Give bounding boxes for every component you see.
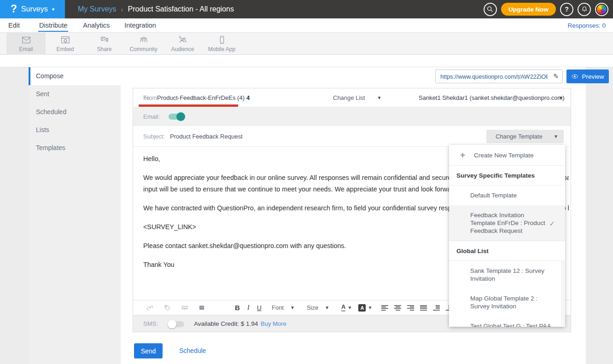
email-toggle[interactable]	[169, 114, 184, 120]
edit-url-pencil-icon[interactable]: ✎	[549, 72, 562, 81]
chevron-down-icon: ▼	[554, 134, 558, 139]
search-icon	[486, 6, 494, 13]
product-switcher[interactable]: ? Surveys ▾	[0, 0, 65, 18]
change-template-button[interactable]: Change Template ▼	[486, 130, 564, 143]
preview-label: Preview	[582, 73, 604, 80]
menu-item-test-global-test-g[interactable]: Test Global Test G : Test PAA G	[449, 316, 565, 327]
channel-tab-label: Audience	[171, 46, 194, 52]
align-left-button[interactable]	[381, 305, 388, 311]
tab-edit[interactable]: Edit	[7, 22, 21, 29]
font-size-select[interactable]: Size ▼	[307, 304, 329, 311]
breadcrumb-survey-title: Product Satisfaction - All regions	[128, 5, 234, 13]
tab-integration[interactable]: Integration	[123, 22, 157, 29]
distribute-toolbar: Email Embed Share Community $ Audience M…	[0, 33, 613, 55]
menu-item-feedback-invitation-template[interactable]: Feedback Invitation Template EnFrDe : Pr…	[449, 205, 565, 241]
buy-more-link[interactable]: Buy More	[261, 320, 286, 327]
channel-tab-embed[interactable]: Embed	[46, 33, 85, 55]
toggle-knob	[168, 320, 176, 329]
align-justify-button[interactable]	[420, 305, 427, 311]
align-right-button[interactable]	[407, 305, 414, 311]
email-sidebar: Compose Sent Scheduled Lists Templates	[29, 67, 121, 364]
align-center-button[interactable]	[394, 305, 401, 311]
schedule-link[interactable]: Schedule	[179, 347, 206, 354]
notifications-button[interactable]	[578, 3, 591, 16]
sidebar-item-templates[interactable]: Templates	[29, 139, 121, 157]
sidebar-item-lists[interactable]: Lists	[29, 121, 121, 139]
product-label: Surveys	[21, 5, 48, 13]
search-button[interactable]	[484, 3, 497, 16]
channel-tab-community[interactable]: Community	[124, 33, 163, 55]
from-sender-value[interactable]: Sanket1 Shekdar1 (sanket.shekdar@questio…	[419, 94, 565, 101]
header-actions: Upgrade Now ?	[484, 0, 608, 18]
survey-url-input[interactable]	[436, 73, 549, 80]
highlight-color-icon: A	[358, 304, 366, 312]
account-menu-button[interactable]	[595, 3, 608, 16]
survey-nav: Edit Distribute Analytics Integration Re…	[0, 18, 613, 33]
from-label: From:	[143, 94, 159, 101]
preview-button[interactable]: Preview	[566, 69, 609, 83]
subject-input[interactable]: Product Feedback Request	[170, 133, 243, 140]
change-list-dropdown[interactable]: Change List ▼	[333, 94, 381, 101]
sidebar-item-compose[interactable]: Compose	[29, 67, 121, 85]
recipient-row: To: Product-Feedback-EnFrDeEs (4)4 Chang…	[133, 88, 571, 107]
recipient-list-value[interactable]: Product-Feedback-EnFrDeEs (4)4	[157, 94, 250, 101]
insert-image-button[interactable]	[198, 304, 205, 311]
menu-item-create-new-template[interactable]: + Create New Template	[449, 145, 565, 166]
channel-tab-label: Mobile App	[208, 46, 235, 52]
subject-row: Subject: Product Feedback Request Change…	[133, 126, 571, 147]
tag-icon	[163, 304, 171, 312]
menu-item-sank-template-12[interactable]: Sank Template 12 : Survey Invitation	[449, 261, 565, 289]
tab-distribute[interactable]: Distribute	[38, 22, 68, 29]
send-button[interactable]: Send	[134, 343, 163, 358]
channel-tab-mobile-app[interactable]: Mobile App	[202, 33, 241, 55]
menu-section-survey-specific: Survey Specific Templates	[449, 166, 565, 185]
checkmark-icon: ✓	[549, 219, 555, 227]
insert-link-button[interactable]	[146, 304, 154, 312]
font-label: Font	[272, 304, 284, 311]
sidebar-item-scheduled[interactable]: Scheduled	[29, 103, 121, 121]
channel-tab-share[interactable]: Share	[85, 33, 124, 55]
breadcrumb-my-surveys[interactable]: My Surveys	[78, 5, 117, 13]
breadcrumb: My Surveys › Product Satisfaction - All …	[78, 5, 234, 13]
upgrade-now-button[interactable]: Upgrade Now	[501, 3, 556, 16]
menu-scrollbar-track[interactable]	[561, 260, 565, 326]
underline-button[interactable]: U	[257, 304, 262, 312]
tab-analytics[interactable]: Analytics	[82, 22, 111, 29]
italic-button[interactable]: I	[247, 304, 250, 312]
breadcrumb-separator-icon: ›	[121, 6, 123, 13]
sidebar-item-sent[interactable]: Sent	[29, 85, 121, 103]
responses-count: Responses: 0	[567, 22, 606, 29]
smartphone-icon	[216, 35, 228, 45]
indent-button[interactable]	[433, 305, 440, 311]
menu-item-default-template[interactable]: Default Template	[449, 185, 565, 205]
highlight-color-picker[interactable]: A ▼	[358, 304, 372, 312]
text-color-icon: A	[341, 304, 345, 312]
menu-item-map-global-template-2[interactable]: Map Global Template 2 : Survey Invitatio…	[449, 289, 565, 316]
keyboard-icon	[181, 304, 189, 311]
audience-dollar-icon: $	[177, 35, 188, 45]
email-toggle-row: Email:	[133, 107, 571, 126]
change-list-label: Change List	[333, 94, 365, 101]
bell-icon	[581, 6, 588, 13]
questionpro-logo-icon: ?	[11, 4, 17, 14]
font-family-select[interactable]: Font ▼	[272, 304, 295, 311]
bold-button[interactable]: B	[235, 304, 240, 312]
channel-tab-label: Email	[19, 46, 33, 52]
merge-tag-button[interactable]	[163, 304, 171, 312]
envelope-icon	[21, 35, 32, 45]
text-color-picker[interactable]: A ▼	[341, 304, 352, 312]
chevron-down-icon: ▾	[52, 6, 55, 12]
chevron-down-icon[interactable]: ▼	[559, 95, 563, 100]
keyboard-button[interactable]	[181, 304, 189, 311]
change-template-menu: + Create New Template Survey Specific Te…	[449, 145, 565, 327]
question-mark-icon: ?	[565, 6, 569, 13]
subject-label: Subject:	[143, 133, 165, 140]
survey-url-box: ✎	[435, 69, 563, 83]
channel-tab-email[interactable]: Email	[6, 33, 46, 55]
link-icon	[146, 304, 154, 312]
help-button[interactable]: ?	[560, 3, 573, 16]
sms-toggle[interactable]	[169, 321, 184, 327]
channel-tab-audience[interactable]: $ Audience	[163, 33, 202, 55]
create-new-template-label: Create New Template	[474, 152, 534, 159]
toggle-knob	[176, 112, 185, 121]
